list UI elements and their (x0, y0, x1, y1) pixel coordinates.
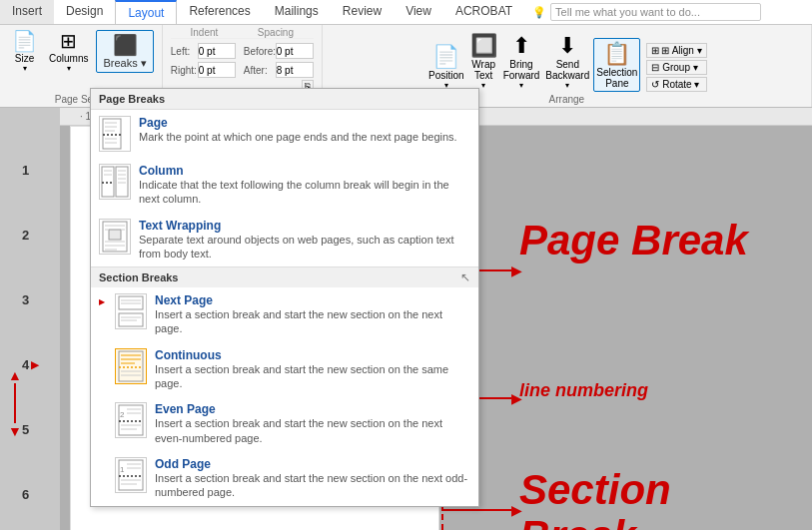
indent-left-label: Left: (171, 46, 196, 57)
break-evenpage-icon: 2 (115, 402, 147, 438)
break-continuous-icon (115, 348, 147, 384)
line-num-6: 6 (22, 462, 29, 527)
spacing-before-input[interactable] (276, 43, 314, 59)
tab-mailings[interactable]: Mailings (263, 0, 331, 24)
size-button[interactable]: 📄 Size ▾ (8, 27, 41, 75)
search-box[interactable]: Tell me what you want to do... (550, 3, 761, 21)
break-oddpage-icon: 1 (115, 457, 147, 493)
break-page-text: Page Mark the point at which one page en… (139, 116, 470, 144)
selection-pane-button[interactable]: 📋 Selection Pane (593, 38, 640, 92)
break-textwrap-item[interactable]: Text Wrapping Separate text around objec… (91, 213, 478, 267)
break-column-icon (99, 164, 131, 200)
line-num-2: 2 (22, 203, 29, 267)
break-continuous-item[interactable]: Continuous Insert a section break and st… (91, 342, 478, 397)
indent-header: Indent (191, 27, 219, 38)
line-num-3: 3 (22, 267, 29, 332)
tab-acrobat[interactable]: ACROBAT (443, 0, 524, 24)
break-continuous-text: Continuous Insert a section break and st… (155, 348, 470, 391)
tab-design[interactable]: Design (54, 0, 115, 24)
line-num-4: 4 ▶ (22, 332, 29, 397)
indent-right-input[interactable] (198, 62, 236, 78)
tab-layout[interactable]: Layout (115, 0, 177, 24)
rotate-button[interactable]: ↺ Rotate ▾ (646, 77, 706, 92)
section-break-label: SectionBreak (519, 467, 671, 530)
break-page-item[interactable]: Page Mark the point at which one page en… (91, 110, 478, 158)
send-backward-button[interactable]: ⬇ Send Backward ▾ (543, 31, 591, 92)
break-column-text: Column Indicate that the text following … (139, 164, 470, 207)
vertical-arrow: ▲ ▼ (8, 367, 22, 439)
break-page-icon (99, 116, 131, 152)
break-oddpage-item[interactable]: 1 Odd Page Insert a section break and st… (91, 451, 478, 506)
svg-text:1: 1 (120, 465, 125, 474)
breaks-dropdown: Page Breaks Page Mark the point at which… (90, 88, 479, 507)
group-button[interactable]: ⊟ Group ▾ (646, 60, 706, 75)
break-nextpage-icon (115, 293, 147, 329)
svg-text:2: 2 (120, 410, 125, 419)
tab-review[interactable]: Review (331, 0, 394, 24)
break-column-item[interactable]: Column Indicate that the text following … (91, 158, 478, 213)
tab-references[interactable]: References (177, 0, 262, 24)
submenu-arrow: ▶ (99, 297, 107, 306)
section-breaks-title: Section Breaks (91, 267, 460, 287)
spacing-header: Spacing (258, 27, 294, 38)
indent-right-label: Right: (171, 65, 196, 76)
position-button[interactable]: 📄 Position ▾ (426, 42, 466, 92)
line-num-5: 5 (22, 397, 29, 462)
break-textwrap-icon (99, 219, 131, 255)
break-evenpage-text: Even Page Insert a section break and sta… (155, 402, 470, 445)
spacing-after-input[interactable] (276, 62, 314, 78)
spacing-before-label: Before: (244, 46, 274, 57)
breaks-button[interactable]: ⬛ Breaks ▾ (96, 30, 153, 73)
tab-insert[interactable]: Insert (0, 0, 54, 24)
arrange-label: Arrange (549, 92, 585, 105)
cursor-indicator: ↖ (460, 270, 478, 284)
wrap-text-button[interactable]: 🔲 Wrap Text ▾ (468, 31, 499, 92)
break-nextpage-item[interactable]: ▶ Next Page Insert a section break and s… (91, 287, 478, 342)
break-textwrap-text: Text Wrapping Separate text around objec… (139, 219, 470, 262)
break-nextpage-text: Next Page Insert a section break and sta… (155, 293, 470, 336)
ribbon-tabs: Insert Design Layout References Mailings… (0, 0, 812, 25)
page-break-label: Page Break (519, 218, 748, 264)
line-numbering-label: line numbering (519, 380, 648, 401)
columns-button[interactable]: ⊞ Columns ▾ (45, 27, 92, 75)
line-num-1: 1 (22, 138, 29, 203)
break-evenpage-item[interactable]: 2 Even Page Insert a section break and s… (91, 396, 478, 451)
spacing-after-label: After: (244, 65, 274, 76)
tab-view[interactable]: View (394, 0, 443, 24)
svg-rect-17 (109, 230, 121, 240)
align-button[interactable]: ⊞ ⊞ Align ▾ (646, 43, 706, 58)
bring-forward-button[interactable]: ⬆ Bring Forward ▾ (501, 31, 542, 92)
page-breaks-title: Page Breaks (91, 89, 478, 110)
indent-left-input[interactable] (198, 43, 236, 59)
break-oddpage-text: Odd Page Insert a section break and star… (155, 457, 470, 500)
